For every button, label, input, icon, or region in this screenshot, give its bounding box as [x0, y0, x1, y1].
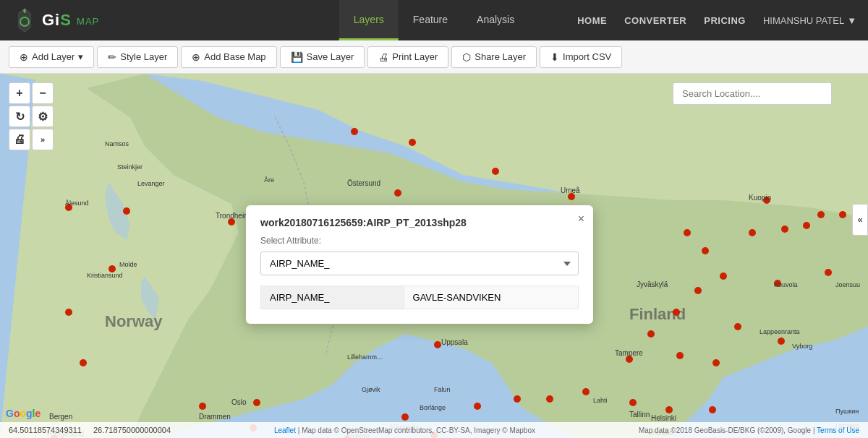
import-csv-icon: ⬇ [550, 51, 559, 63]
svg-point-44 [817, 211, 825, 218]
svg-text:Kristiansund: Kristiansund [87, 272, 123, 279]
logo-icon [12, 7, 38, 33]
svg-point-31 [474, 403, 481, 410]
settings-button[interactable]: ⚙ [32, 106, 54, 127]
svg-text:Kouvola: Kouvola [774, 281, 798, 288]
svg-point-9 [123, 207, 130, 215]
collapse-right-button[interactable]: « [852, 204, 868, 236]
svg-point-37 [665, 406, 673, 413]
svg-text:Kuopio: Kuopio [749, 194, 772, 202]
svg-point-16 [199, 403, 206, 410]
svg-text:Namsos: Namsos [105, 140, 129, 147]
logo-text: GiS MAP [42, 11, 99, 30]
tab-layers[interactable]: Layers [339, 0, 399, 40]
share-layer-label: Share Layer [475, 51, 526, 62]
nav-home[interactable]: HOME [577, 15, 607, 26]
svg-point-24 [409, 139, 416, 146]
svg-point-26 [394, 189, 401, 197]
svg-text:Tampere: Tampere [615, 349, 643, 357]
svg-point-46 [825, 269, 832, 276]
table-value: GAVLE-SANDVIKEN [404, 286, 578, 309]
collapse-right-icon: « [858, 215, 863, 225]
svg-point-3 [23, 9, 26, 12]
svg-text:Ålesund: Ålesund [65, 199, 89, 207]
add-layer-button[interactable]: ⊕ Add Layer ▾ [9, 46, 94, 68]
svg-text:Umeå: Umeå [561, 186, 580, 194]
svg-point-43 [803, 222, 810, 229]
logo[interactable]: GiS MAP [12, 7, 99, 33]
svg-point-56 [684, 229, 691, 236]
print-layer-button[interactable]: 🖨 Print Layer [367, 46, 448, 68]
popup-attribute-select[interactable]: AIRP_NAME_ [260, 252, 579, 275]
svg-point-41 [781, 226, 788, 233]
longitude: 26.718750000000004 [93, 426, 171, 434]
svg-text:Gjøvik: Gjøvik [362, 386, 380, 393]
svg-point-19 [253, 399, 260, 406]
coordinates: 64.50118574349311 26.718750000000004 [9, 426, 171, 434]
expand-button[interactable]: » [32, 129, 54, 150]
search-input[interactable] [673, 82, 832, 105]
map-container: Sweden Norway Finland [0, 74, 868, 438]
svg-text:Åre: Åre [264, 176, 274, 184]
import-csv-button[interactable]: ⬇ Import CSV [540, 46, 622, 68]
header: GiS MAP Layers Feature Analysis HOME CON… [0, 0, 868, 40]
svg-point-55 [702, 247, 709, 254]
svg-point-12 [65, 309, 72, 316]
refresh-button[interactable]: ↻ [9, 106, 30, 127]
svg-text:Tallinn: Tallinn [629, 411, 650, 418]
nav-pricing[interactable]: PRICING [704, 15, 746, 26]
popup-close-button[interactable]: × [578, 212, 584, 226]
svg-point-36 [629, 399, 637, 406]
latitude: 64.50118574349311 [9, 426, 82, 434]
svg-point-25 [351, 128, 358, 135]
svg-text:Joensuu: Joensuu [835, 281, 860, 288]
bottom-bar: 64.50118574349311 26.718750000000004 Lea… [0, 422, 868, 438]
svg-text:Пушкин: Пушкин [835, 408, 859, 415]
zoom-out-button[interactable]: − [32, 82, 54, 104]
svg-point-52 [673, 309, 680, 316]
leaflet-link[interactable]: Leaflet [274, 426, 296, 434]
svg-point-34 [582, 388, 590, 395]
svg-text:Falun: Falun [434, 386, 451, 393]
share-layer-button[interactable]: ⬡ Share Layer [451, 46, 537, 68]
svg-point-23 [434, 341, 441, 348]
add-base-map-label: Add Base Map [204, 51, 265, 62]
svg-text:Lahti: Lahti [593, 397, 608, 404]
style-layer-icon: ✏ [108, 51, 116, 63]
map-search [673, 82, 832, 105]
add-layer-chevron: ▾ [78, 51, 83, 62]
zoom-in-button[interactable]: + [9, 82, 30, 104]
add-base-map-button[interactable]: ⊕ Add Base Map [181, 46, 276, 68]
svg-text:Oslo: Oslo [231, 398, 247, 406]
table-key: AIRP_NAME_ [261, 286, 404, 309]
svg-text:Lappeenranta: Lappeenranta [760, 328, 800, 335]
svg-point-14 [80, 359, 87, 366]
save-layer-button[interactable]: 💾 Save Layer [280, 46, 365, 68]
svg-text:Vyborg: Vyborg [792, 343, 812, 350]
tab-analysis[interactable]: Analysis [462, 0, 529, 40]
share-layer-icon: ⬡ [462, 51, 471, 63]
nav-converter[interactable]: CONVERTER [624, 15, 686, 26]
print-layer-label: Print Layer [392, 51, 438, 62]
attribution-text: | Map data © OpenStreetMap contributors,… [298, 426, 535, 434]
svg-text:Levanger: Levanger [137, 180, 165, 187]
svg-text:Bergen: Bergen [49, 413, 72, 421]
svg-point-51 [647, 330, 655, 338]
map-attribution: Leaflet | Map data © OpenStreetMap contr… [274, 426, 535, 434]
svg-point-21 [401, 413, 409, 421]
svg-point-45 [839, 211, 846, 218]
svg-point-49 [712, 359, 720, 366]
tab-feature[interactable]: Feature [399, 0, 462, 40]
svg-point-53 [694, 287, 702, 294]
style-layer-label: Style Layer [120, 51, 167, 62]
svg-text:Helsinki: Helsinki [651, 414, 676, 422]
svg-text:Norway: Norway [105, 312, 163, 330]
style-layer-button[interactable]: ✏ Style Layer [97, 46, 178, 68]
save-layer-icon: 💾 [291, 51, 303, 63]
print-map-button[interactable]: 🖨 [9, 129, 30, 150]
terms-link[interactable]: Terms of Use [817, 426, 859, 434]
table-row: AIRP_NAME_ GAVLE-SANDVIKEN [261, 286, 579, 309]
user-menu[interactable]: HIMANSHU PATEL ▼ [763, 15, 856, 26]
svg-text:Jyväskylä: Jyväskylä [637, 280, 668, 288]
svg-point-42 [778, 338, 785, 345]
